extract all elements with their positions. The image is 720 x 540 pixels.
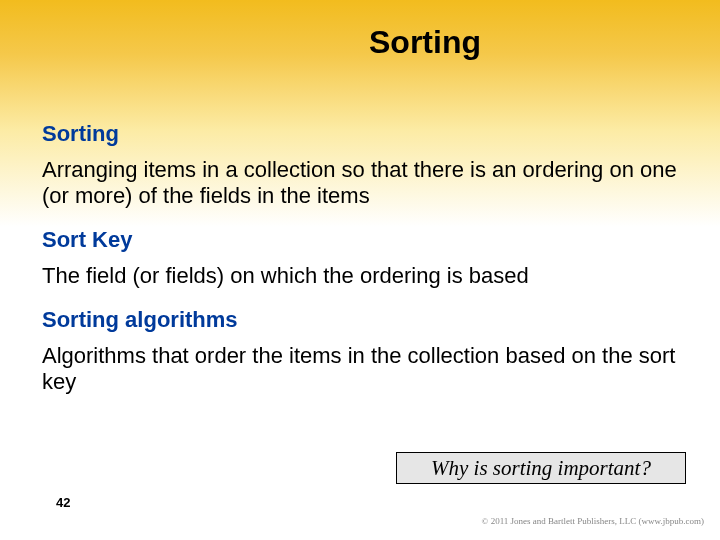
def-sorting-algorithms: Algorithms that order the items in the c…	[42, 343, 682, 395]
def-sorting: Arranging items in a collection so that …	[42, 157, 682, 209]
term-sorting-algorithms: Sorting algorithms	[42, 307, 682, 333]
callout-box: Why is sorting important?	[396, 452, 686, 484]
term-sort-key: Sort Key	[42, 227, 682, 253]
copyright-text: © 2011 Jones and Bartlett Publishers, LL…	[482, 516, 704, 526]
slide-title: Sorting	[0, 0, 720, 61]
slide-body: Sorting Arranging items in a collection …	[0, 61, 720, 395]
callout-text: Why is sorting important?	[431, 456, 651, 481]
page-number: 42	[56, 495, 70, 510]
def-sort-key: The field (or fields) on which the order…	[42, 263, 682, 289]
term-sorting: Sorting	[42, 121, 682, 147]
